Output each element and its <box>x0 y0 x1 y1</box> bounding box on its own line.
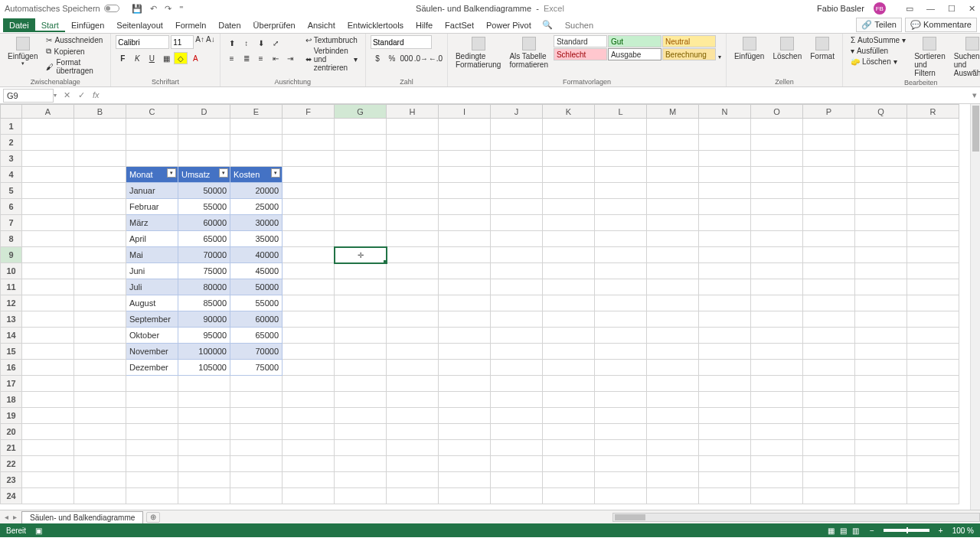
cell-A16[interactable] <box>22 360 74 376</box>
cell-C12[interactable]: August <box>126 295 178 311</box>
tab-ansicht[interactable]: Ansicht <box>302 18 341 32</box>
cell-Q10[interactable] <box>855 263 907 279</box>
cell-A13[interactable] <box>22 311 74 328</box>
cell-N17[interactable] <box>699 376 751 392</box>
comments-button[interactable]: 💬 Kommentare <box>905 18 977 32</box>
cell-C15[interactable]: November <box>126 344 178 360</box>
cell-G19[interactable] <box>335 408 387 424</box>
inc-decimal-icon[interactable]: .0→ <box>414 52 428 64</box>
vertical-scrollbar[interactable] <box>970 104 980 510</box>
tab-factset[interactable]: FactSet <box>439 18 480 32</box>
cell-H21[interactable] <box>387 440 439 456</box>
cell-J23[interactable] <box>491 472 543 488</box>
cell-O2[interactable] <box>751 135 803 151</box>
cell-K15[interactable] <box>543 344 595 360</box>
cell-G12[interactable] <box>335 295 387 311</box>
cell-G22[interactable] <box>335 456 387 472</box>
ribbon-display-icon[interactable]: ▭ <box>906 4 913 13</box>
tab-seitenlayout[interactable]: Seitenlayout <box>110 18 169 32</box>
currency-icon[interactable]: $ <box>371 52 384 64</box>
cell-I21[interactable] <box>439 440 491 456</box>
cell-M24[interactable] <box>647 488 699 504</box>
cell-L19[interactable] <box>595 408 647 424</box>
share-button[interactable]: 🔗 Teilen <box>856 18 902 32</box>
col-header-R[interactable]: R <box>907 105 959 119</box>
cell-F4[interactable] <box>283 167 335 183</box>
cell-Q23[interactable] <box>855 472 907 488</box>
cell-E18[interactable] <box>230 392 283 408</box>
cell-L21[interactable] <box>595 440 647 456</box>
cell-B15[interactable] <box>74 344 126 360</box>
cell-C8[interactable]: April <box>126 231 178 247</box>
cell-K4[interactable] <box>543 167 595 183</box>
cell-B7[interactable] <box>74 215 126 231</box>
cell-G14[interactable] <box>335 328 387 344</box>
cell-M10[interactable] <box>647 263 699 279</box>
cell-E3[interactable] <box>230 151 283 167</box>
cell-O21[interactable] <box>751 440 803 456</box>
cell-K9[interactable] <box>543 247 595 263</box>
cell-K2[interactable] <box>543 135 595 151</box>
cell-N2[interactable] <box>699 135 751 151</box>
italic-button[interactable]: K <box>130 52 144 64</box>
tab-einfuegen[interactable]: Einfügen <box>65 18 110 32</box>
col-header-O[interactable]: O <box>751 105 803 119</box>
col-header-M[interactable]: M <box>647 105 699 119</box>
fill-button[interactable]: ▾ Ausfüllen <box>848 46 909 56</box>
cell-A18[interactable] <box>22 392 74 408</box>
cell-G11[interactable] <box>335 279 387 295</box>
cell-G17[interactable] <box>335 376 387 392</box>
cell-Q9[interactable] <box>855 247 907 263</box>
row-header-12[interactable]: 12 <box>1 295 22 311</box>
cell-A2[interactable] <box>22 135 74 151</box>
row-header-8[interactable]: 8 <box>1 231 22 247</box>
cell-R5[interactable] <box>907 183 959 199</box>
cell-K23[interactable] <box>543 472 595 488</box>
cell-D24[interactable] <box>178 488 230 504</box>
cell-R17[interactable] <box>907 376 959 392</box>
cell-D22[interactable] <box>178 456 230 472</box>
cell-Q1[interactable] <box>855 119 907 135</box>
col-header-P[interactable]: P <box>803 105 855 119</box>
cell-B8[interactable] <box>74 231 126 247</box>
cell-H16[interactable] <box>387 360 439 376</box>
cell-E9[interactable]: 40000 <box>230 247 283 263</box>
cell-D15[interactable]: 100000 <box>178 344 230 360</box>
wrap-text-button[interactable]: ↩ Textumbruch <box>302 35 361 45</box>
zoom-slider[interactable] <box>884 529 929 532</box>
save-icon[interactable]: 💾 <box>132 4 142 14</box>
style-output[interactable]: Ausgabe <box>608 48 662 60</box>
cell-R12[interactable] <box>907 295 959 311</box>
col-header-H[interactable]: H <box>387 105 439 119</box>
cell-O11[interactable] <box>751 279 803 295</box>
format-cells-button[interactable]: Format <box>807 35 838 62</box>
row-header-23[interactable]: 23 <box>1 472 22 488</box>
cell-H6[interactable] <box>387 199 439 215</box>
cell-D10[interactable]: 75000 <box>178 263 230 279</box>
cell-M16[interactable] <box>647 360 699 376</box>
cell-C21[interactable] <box>126 440 178 456</box>
cell-M8[interactable] <box>647 231 699 247</box>
col-header-A[interactable]: A <box>22 105 74 119</box>
cell-K18[interactable] <box>543 392 595 408</box>
cell-J7[interactable] <box>491 215 543 231</box>
insert-cells-button[interactable]: Einfügen <box>731 35 767 62</box>
cell-Q12[interactable] <box>855 295 907 311</box>
cell-P14[interactable] <box>803 328 855 344</box>
cell-H5[interactable] <box>387 183 439 199</box>
cell-I12[interactable] <box>439 295 491 311</box>
cell-D6[interactable]: 55000 <box>178 199 230 215</box>
cell-J18[interactable] <box>491 392 543 408</box>
cell-O19[interactable] <box>751 408 803 424</box>
cell-E12[interactable]: 55000 <box>230 295 283 311</box>
indent-inc-icon[interactable]: ⇥ <box>283 52 297 64</box>
font-color-button[interactable]: A <box>188 52 202 64</box>
cell-H18[interactable] <box>387 392 439 408</box>
avatar[interactable]: FB <box>874 2 886 15</box>
cell-N22[interactable] <box>699 456 751 472</box>
cell-B19[interactable] <box>74 408 126 424</box>
cell-A7[interactable] <box>22 215 74 231</box>
cell-C4[interactable]: Monat▾ <box>126 167 178 183</box>
col-header-J[interactable]: J <box>491 105 543 119</box>
cell-L2[interactable] <box>595 135 647 151</box>
